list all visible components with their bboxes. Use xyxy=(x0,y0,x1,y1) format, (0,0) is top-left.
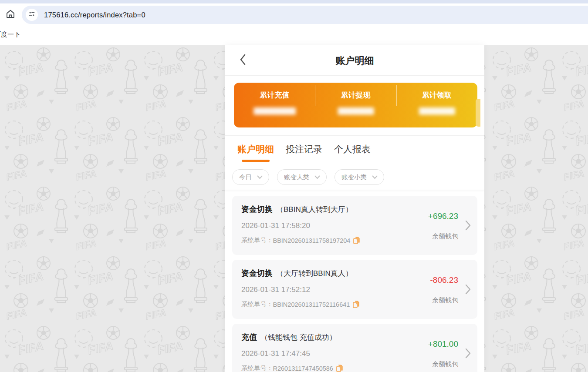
transaction-datetime: 2026-01-31 17:47:45 xyxy=(241,349,402,358)
summary-masked-value: ▆▆▆▆▆▆▆ xyxy=(234,105,315,115)
summary-section: 累计充值 ▆▆▆▆▆▆▆ 累计提现 ▆▆▆▆▆▆ 累计领取 ▆▆▆▆▆▆ xyxy=(225,76,484,136)
row-detail-arrow[interactable] xyxy=(458,196,477,255)
summary-masked-value: ▆▆▆▆▆▆ xyxy=(315,105,396,115)
filter-date-dropdown[interactable]: 今日 xyxy=(232,169,269,185)
home-icon xyxy=(5,9,16,21)
chevron-right-icon xyxy=(465,220,471,231)
chevron-down-icon xyxy=(372,173,378,181)
next-banner-card-peek[interactable] xyxy=(476,99,480,127)
summary-total-withdraw: 累计提现 ▆▆▆▆▆▆ xyxy=(315,83,396,127)
summary-label: 累计提现 xyxy=(315,90,396,100)
transaction-row[interactable]: 资金切换 （大厅转到BBIN真人） 2026-01-31 17:52:12 系统… xyxy=(232,260,477,319)
tab-label: 账户明细 xyxy=(237,144,274,154)
chevron-right-icon xyxy=(465,348,471,359)
row-detail-arrow[interactable] xyxy=(458,260,477,319)
row-detail-arrow[interactable] xyxy=(458,324,477,372)
tune-sliders-icon xyxy=(28,10,35,19)
wallet-type: 余额钱包 xyxy=(402,232,458,241)
wallet-type: 余额钱包 xyxy=(402,296,458,305)
copy-icon xyxy=(336,365,343,372)
filter-bar: 今日 账变大类 账变小类 xyxy=(225,165,484,190)
tab-bet-records[interactable]: 投注记录 xyxy=(286,143,322,165)
transaction-amount: +696.23 xyxy=(402,211,458,221)
tab-account-detail[interactable]: 账户明细 xyxy=(237,143,274,165)
page-title: 账户明细 xyxy=(225,54,484,67)
transaction-type: 资金切换 xyxy=(241,268,273,278)
copy-icon xyxy=(353,237,360,244)
copy-button[interactable] xyxy=(353,237,360,244)
home-button[interactable] xyxy=(3,8,17,22)
transaction-detail: （大厅转到BBIN真人） xyxy=(276,268,353,278)
transaction-amount-block: +696.23 余额钱包 xyxy=(402,196,458,255)
filter-label: 账变小类 xyxy=(341,173,367,181)
chevron-right-icon xyxy=(465,284,471,295)
transaction-info: 资金切换 （大厅转到BBIN真人） 2026-01-31 17:52:12 系统… xyxy=(232,260,402,319)
address-bar[interactable]: 175616.cc/reports/index?tab=0 xyxy=(22,6,588,24)
transaction-detail: （BBIN真人转到大厅） xyxy=(276,204,353,214)
order-label: 系统单号： xyxy=(241,300,273,308)
copy-button[interactable] xyxy=(353,301,359,308)
transaction-amount: +801.00 xyxy=(402,339,458,349)
summary-total-deposit: 累计充值 ▆▆▆▆▆▆▆ xyxy=(234,83,315,127)
active-tab-underline xyxy=(242,160,270,162)
chevron-down-icon xyxy=(257,173,263,181)
summary-label: 累计充值 xyxy=(234,90,315,100)
transaction-type: 资金切换 xyxy=(241,204,273,214)
account-detail-panel: 账户明细 累计充值 ▆▆▆▆▆▆▆ 累计提现 ▆▆▆▆▆▆ 累计领取 ▆▆▆▆▆… xyxy=(225,45,484,372)
page-background: FIFA FIFA xyxy=(0,45,588,372)
browser-toolbar: 175616.cc/reports/index?tab=0 xyxy=(0,3,588,25)
tab-personal-report[interactable]: 个人报表 xyxy=(334,143,371,165)
browser-tab-strip xyxy=(0,0,588,3)
transaction-row[interactable]: 充值 （钱能钱包 充值成功） 2026-01-31 17:47:45 系统单号：… xyxy=(232,324,477,372)
panel-header: 账户明细 xyxy=(225,45,484,76)
tab-label: 个人报表 xyxy=(334,144,371,154)
order-label: 系统单号： xyxy=(241,236,273,245)
site-info-button[interactable] xyxy=(26,9,38,21)
filter-minor-category-dropdown[interactable]: 账变小类 xyxy=(335,169,384,185)
url-text[interactable]: 175616.cc/reports/index?tab=0 xyxy=(44,11,145,19)
transaction-row[interactable]: 资金切换 （BBIN真人转到大厅） 2026-01-31 17:58:20 系统… xyxy=(232,196,477,255)
transaction-detail: （钱能钱包 充值成功） xyxy=(260,332,337,342)
tab-bar: 账户明细 投注记录 个人报表 xyxy=(225,136,484,165)
copy-button[interactable] xyxy=(336,365,343,372)
filter-label: 今日 xyxy=(239,173,252,181)
page-top-band: 百度一下 xyxy=(0,25,588,45)
copy-icon xyxy=(353,301,359,308)
transaction-info: 资金切换 （BBIN真人转到大厅） 2026-01-31 17:58:20 系统… xyxy=(232,196,402,255)
summary-banner[interactable]: 累计充值 ▆▆▆▆▆▆▆ 累计提现 ▆▆▆▆▆▆ 累计领取 ▆▆▆▆▆▆ xyxy=(234,83,477,127)
summary-total-claimed: 累计领取 ▆▆▆▆▆▆ xyxy=(396,83,477,127)
order-number: R2601311747450586 xyxy=(273,365,333,372)
tab-label: 投注记录 xyxy=(286,144,322,154)
filter-label: 账变大类 xyxy=(284,173,309,181)
transaction-info: 充值 （钱能钱包 充值成功） 2026-01-31 17:47:45 系统单号：… xyxy=(232,324,402,372)
transaction-amount-block: -806.23 余额钱包 xyxy=(402,260,458,319)
wallet-type: 余额钱包 xyxy=(402,360,458,369)
summary-label: 累计领取 xyxy=(396,90,477,100)
summary-masked-value: ▆▆▆▆▆▆ xyxy=(396,105,477,115)
transaction-list: 资金切换 （BBIN真人转到大厅） 2026-01-31 17:58:20 系统… xyxy=(225,190,484,372)
transaction-datetime: 2026-01-31 17:58:20 xyxy=(241,221,402,230)
order-number: BBIN202601311758197204 xyxy=(273,237,351,244)
baidu-link[interactable]: 百度一下 xyxy=(0,30,20,39)
transaction-amount-block: +801.00 余额钱包 xyxy=(402,324,458,372)
transaction-amount: -806.23 xyxy=(402,275,458,285)
transaction-type: 充值 xyxy=(241,332,257,342)
order-number: BBIN202601311752116641 xyxy=(273,301,350,308)
transaction-datetime: 2026-01-31 17:52:12 xyxy=(241,285,402,294)
order-label: 系统单号： xyxy=(241,364,273,372)
filter-major-category-dropdown[interactable]: 账变大类 xyxy=(277,169,327,185)
chevron-down-icon xyxy=(314,173,320,181)
